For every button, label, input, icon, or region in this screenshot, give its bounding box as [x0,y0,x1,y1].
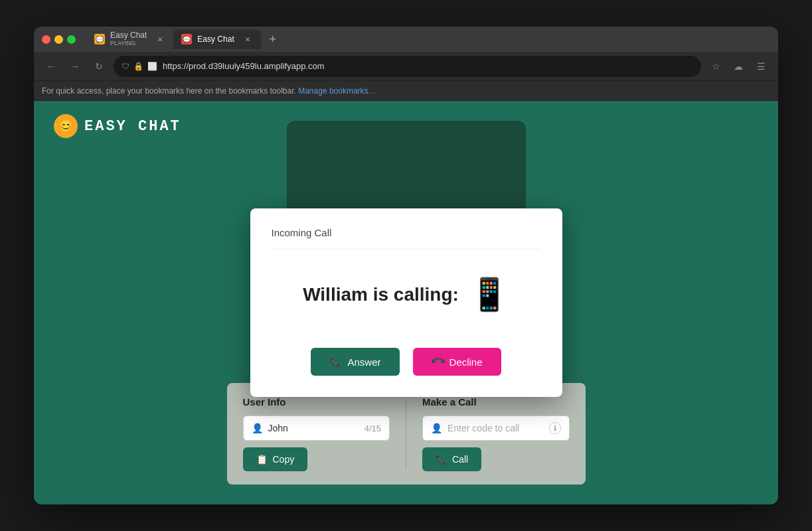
tab-2-title: Easy Chat [197,35,234,44]
decline-button[interactable]: 📞 Decline [413,348,501,376]
browser-window: 💬 Easy Chat PLAYING ✕ 💬 Easy Chat ✕ + ← … [34,27,778,504]
bookmarks-text: For quick access, place your bookmarks h… [42,86,296,96]
decline-phone-icon: 📞 [429,353,446,370]
nav-right-buttons: ☆ ☁ ☰ [706,57,770,76]
new-tab-button[interactable]: + [264,30,282,48]
modal-actions: 📞 Answer 📞 Decline [272,348,541,376]
answer-button[interactable]: 📞 Answer [311,348,399,376]
forward-button[interactable]: → [66,57,84,76]
incoming-call-modal: Incoming Call William is calling: 📱 📞 An… [250,208,562,397]
nav-bar: ← → ↻ 🛡 🔒 ⬜ https://prod.d39luuly459lu.a… [34,52,778,81]
tab-1-subtitle: PLAYING [110,40,147,47]
bookmark-button[interactable]: ☆ [706,57,725,76]
tab-2[interactable]: 💬 Easy Chat ✕ [173,29,260,49]
address-bar[interactable]: 🛡 🔒 ⬜ https://prod.d39luuly459lu.amplify… [114,56,701,77]
page-content: 😊 EASY CHAT 🎤 📷 Incoming Call William is… [34,101,778,504]
tabs-container: 💬 Easy Chat PLAYING ✕ 💬 Easy Chat ✕ + [86,29,770,49]
title-bar: 💬 Easy Chat PLAYING ✕ 💬 Easy Chat ✕ + [34,27,778,52]
tab-1[interactable]: 💬 Easy Chat PLAYING ✕ [86,29,173,49]
bookmarks-bar: For quick access, place your bookmarks h… [34,81,778,101]
minimize-button[interactable] [54,35,63,44]
modal-overlay: Incoming Call William is calling: 📱 📞 An… [34,101,778,504]
back-button[interactable]: ← [42,57,60,76]
phone-icon: 📱 [469,276,509,313]
tab-2-favicon: 💬 [181,34,192,44]
tab-1-close[interactable]: ✕ [155,34,165,44]
cast-icon: ⬜ [147,62,157,71]
pocket-button[interactable]: ☁ [729,57,748,76]
answer-label: Answer [347,356,380,368]
address-icons: 🛡 🔒 ⬜ [122,62,157,71]
reload-button[interactable]: ↻ [90,57,108,76]
modal-title: Incoming Call [272,227,541,250]
url-text: https://prod.d39luuly459lu.amplifyapp.co… [163,61,693,71]
lock-icon: 🔒 [133,62,143,71]
menu-button[interactable]: ☰ [752,57,770,76]
shield-icon: 🛡 [122,62,129,71]
tab-2-close[interactable]: ✕ [242,34,253,44]
decline-label: Decline [449,356,483,368]
answer-phone-icon: 📞 [329,356,342,368]
tab-1-title: Easy Chat [110,31,147,40]
traffic-lights [42,35,76,44]
caller-text: William is calling: [303,284,459,305]
modal-body: William is calling: 📱 [272,263,541,327]
maximize-button[interactable] [67,35,76,44]
manage-bookmarks-link[interactable]: Manage bookmarks… [298,86,376,96]
close-button[interactable] [42,35,50,44]
tab-1-favicon: 💬 [94,34,105,44]
